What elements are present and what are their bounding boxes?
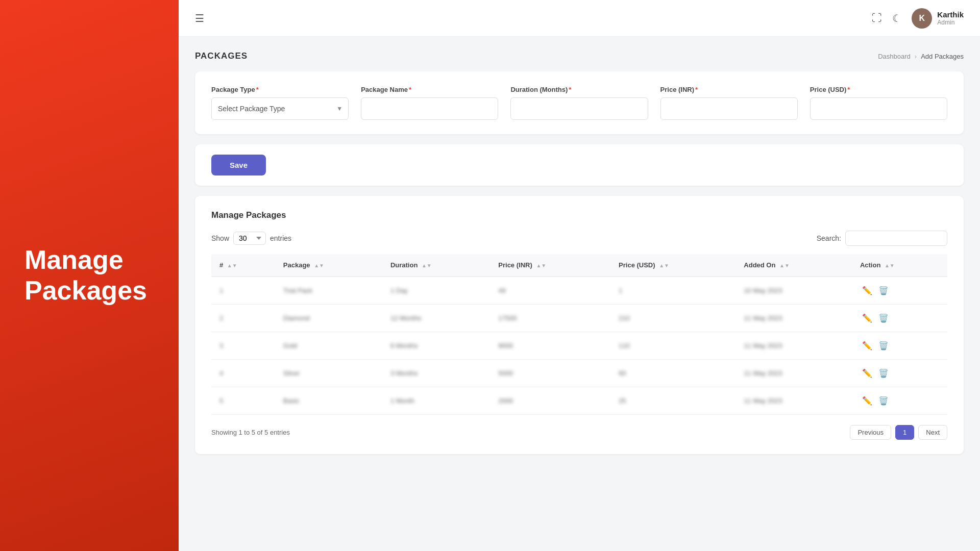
- cell-price-inr: 9000: [490, 332, 610, 360]
- sort-icon-package: ▲▼: [314, 263, 324, 268]
- darkmode-button[interactable]: ☾: [892, 12, 901, 24]
- col-price-inr[interactable]: Price (INR) ▲▼: [490, 254, 610, 277]
- edit-button[interactable]: ✏️: [860, 284, 874, 297]
- cell-price-usd: 60: [610, 360, 736, 387]
- cell-added-on: 11 May 2023: [736, 332, 852, 360]
- table-controls: Show 10 25 30 50 100 entries Search:: [211, 231, 947, 246]
- delete-button[interactable]: 🗑️: [876, 284, 891, 297]
- cell-price-usd: 25: [610, 387, 736, 415]
- entries-select[interactable]: 10 25 30 50 100: [233, 232, 266, 245]
- user-role: Admin: [937, 19, 964, 26]
- cell-duration: 6 Months: [382, 332, 490, 360]
- cell-id: 1: [211, 277, 275, 305]
- fullscreen-button[interactable]: ⛶: [872, 12, 882, 24]
- sort-icon-hash: ▲▼: [227, 263, 237, 268]
- col-package[interactable]: Package ▲▼: [275, 254, 382, 277]
- cell-action: ✏️ 🗑️: [852, 360, 947, 387]
- price-inr-input[interactable]: [660, 97, 798, 120]
- cell-action: ✏️ 🗑️: [852, 332, 947, 360]
- cell-duration: 3 Months: [382, 360, 490, 387]
- user-text: Karthik Admin: [937, 10, 964, 26]
- hamburger-icon: ☰: [195, 12, 204, 24]
- breadcrumb: Dashboard › Add Packages: [878, 53, 964, 60]
- col-duration[interactable]: Duration ▲▼: [382, 254, 490, 277]
- delete-button[interactable]: 🗑️: [876, 394, 891, 408]
- package-name-input[interactable]: [361, 97, 498, 120]
- table-row: 3 Gold 6 Months 9000 110 11 May 2023 ✏️ …: [211, 332, 947, 360]
- cell-package: Diamond: [275, 305, 382, 332]
- cell-action: ✏️ 🗑️: [852, 387, 947, 415]
- avatar: K: [912, 8, 932, 29]
- header: ☰ ⛶ ☾ K Karthik Admin: [179, 0, 980, 37]
- duration-input[interactable]: [510, 97, 648, 120]
- manage-packages-section: Manage Packages Show 10 25 30 50 100 ent…: [195, 196, 964, 454]
- cell-added-on: 11 May 2023: [736, 360, 852, 387]
- duration-label: Duration (Months)*: [510, 86, 648, 93]
- user-profile[interactable]: K Karthik Admin: [912, 8, 964, 29]
- edit-button[interactable]: ✏️: [860, 394, 874, 408]
- edit-button[interactable]: ✏️: [860, 311, 874, 325]
- sort-icon-action: ▲▼: [885, 263, 895, 268]
- col-action[interactable]: Action ▲▼: [852, 254, 947, 277]
- cell-price-inr: 49: [490, 277, 610, 305]
- price-inr-group: Price (INR)*: [660, 86, 798, 120]
- fullscreen-icon: ⛶: [872, 12, 882, 24]
- cell-price-usd: 110: [610, 332, 736, 360]
- cell-duration: 1 Month: [382, 387, 490, 415]
- sidebar: ManagePackages: [0, 0, 179, 551]
- table-row: 2 Diamond 12 Months 17500 210 11 May 202…: [211, 305, 947, 332]
- cell-price-usd: 1: [610, 277, 736, 305]
- required-star-3: *: [569, 86, 571, 93]
- col-hash[interactable]: # ▲▼: [211, 254, 275, 277]
- menu-button[interactable]: ☰: [195, 12, 204, 24]
- search-input[interactable]: [845, 231, 947, 246]
- delete-button[interactable]: 🗑️: [876, 366, 891, 380]
- page-1-button[interactable]: 1: [895, 425, 914, 440]
- package-type-select[interactable]: Select Package Type Trial Silver Gold Di…: [211, 97, 349, 120]
- delete-button[interactable]: 🗑️: [876, 311, 891, 325]
- breadcrumb-bar: PACKAGES Dashboard › Add Packages: [195, 51, 964, 61]
- pagination-controls: Previous 1 Next: [850, 425, 947, 440]
- cell-id: 2: [211, 305, 275, 332]
- edit-button[interactable]: ✏️: [860, 366, 874, 380]
- cell-id: 3: [211, 332, 275, 360]
- sort-icon-added-on: ▲▼: [779, 263, 790, 268]
- breadcrumb-current: Add Packages: [921, 53, 964, 60]
- search-box: Search:: [817, 231, 947, 246]
- package-name-group: Package Name*: [361, 86, 498, 120]
- breadcrumb-separator: ›: [915, 53, 917, 60]
- table-row: 5 Basic 1 Month 2000 25 11 May 2023 ✏️ 🗑…: [211, 387, 947, 415]
- prev-button[interactable]: Previous: [850, 425, 891, 440]
- table-row: 1 Trial Pack 1 Day 49 1 10 May 2023 ✏️ 🗑…: [211, 277, 947, 305]
- cell-package: Trial Pack: [275, 277, 382, 305]
- table-header-row: # ▲▼ Package ▲▼ Duration ▲▼ Price (INR) …: [211, 254, 947, 277]
- cell-package: Gold: [275, 332, 382, 360]
- col-price-usd[interactable]: Price (USD) ▲▼: [610, 254, 736, 277]
- col-added-on[interactable]: Added On ▲▼: [736, 254, 852, 277]
- sidebar-title: ManagePackages: [24, 245, 147, 306]
- sort-icon-duration: ▲▼: [422, 263, 432, 268]
- form-row: Package Type* Select Package Type Trial …: [211, 86, 947, 120]
- manage-packages-title: Manage Packages: [211, 210, 947, 220]
- show-label: Show: [211, 234, 229, 242]
- cell-duration: 1 Day: [382, 277, 490, 305]
- packages-table: # ▲▼ Package ▲▼ Duration ▲▼ Price (INR) …: [211, 254, 947, 415]
- cell-id: 4: [211, 360, 275, 387]
- breadcrumb-dashboard[interactable]: Dashboard: [878, 53, 911, 60]
- cell-added-on: 11 May 2023: [736, 305, 852, 332]
- package-type-label: Package Type*: [211, 86, 349, 93]
- next-button[interactable]: Next: [918, 425, 947, 440]
- cell-price-usd: 210: [610, 305, 736, 332]
- cell-added-on: 11 May 2023: [736, 387, 852, 415]
- save-button-card: Save: [195, 144, 964, 186]
- main-content: ☰ ⛶ ☾ K Karthik Admin PACKAGES D: [179, 0, 980, 551]
- edit-button[interactable]: ✏️: [860, 339, 874, 353]
- pagination-info: Showing 1 to 5 of 5 entries: [211, 429, 290, 436]
- page-content: PACKAGES Dashboard › Add Packages Packag…: [179, 37, 980, 551]
- cell-price-inr: 2000: [490, 387, 610, 415]
- delete-button[interactable]: 🗑️: [876, 339, 891, 353]
- price-usd-input[interactable]: [810, 97, 947, 120]
- cell-added-on: 10 May 2023: [736, 277, 852, 305]
- package-type-select-wrapper: Select Package Type Trial Silver Gold Di…: [211, 97, 349, 120]
- save-button[interactable]: Save: [211, 155, 266, 176]
